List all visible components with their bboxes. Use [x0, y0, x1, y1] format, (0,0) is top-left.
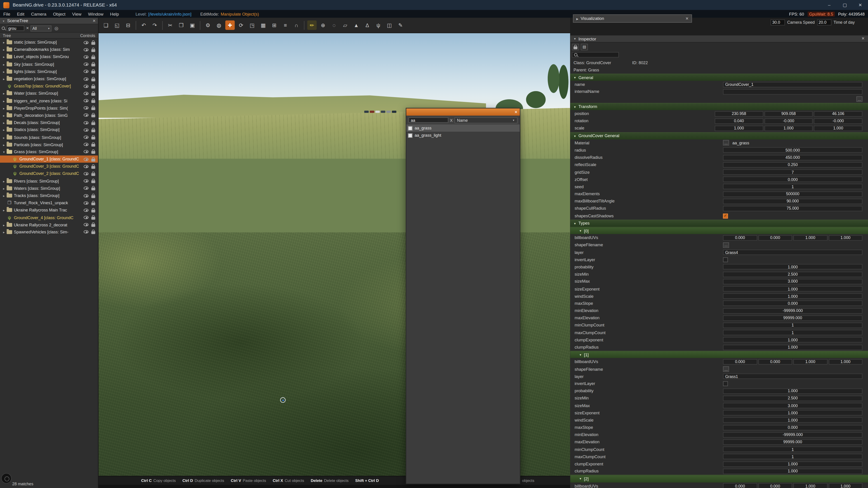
menu-file[interactable]: File: [0, 11, 13, 16]
field-view-button[interactable]: ▤: [581, 43, 588, 50]
lock-icon[interactable]: [91, 122, 95, 125]
expand-arrow-icon[interactable]: ▸: [2, 230, 6, 234]
lock-icon[interactable]: [91, 144, 95, 147]
sizemin-input[interactable]: 2.500: [723, 396, 862, 401]
copy-icon[interactable]: ❐: [177, 21, 186, 30]
lock-icon[interactable]: [91, 78, 95, 81]
lock-icon[interactable]: [91, 224, 95, 227]
lasso-select-icon[interactable]: ◌: [329, 21, 339, 30]
tree-item-path-decoration[interactable]: ▸Path_decoration [class: SimG: [0, 111, 98, 119]
visualization-window[interactable]: ▶ Visualization ✕: [573, 14, 692, 23]
tree-item-level-objects[interactable]: ▸Level_objects [class: SimGrou: [0, 53, 98, 61]
rotation-input-0[interactable]: 0.040: [715, 118, 763, 124]
menu-help[interactable]: Help: [107, 11, 122, 16]
visibility-eye-icon[interactable]: [84, 70, 89, 73]
invertlayer-checkbox[interactable]: [723, 381, 728, 386]
maxslope-input[interactable]: 0.000: [723, 425, 862, 430]
open-folder-icon[interactable]: ◱: [112, 21, 122, 30]
windscale-input[interactable]: 1.000: [723, 418, 862, 423]
save-icon[interactable]: ⊟: [123, 21, 133, 30]
material-browse-button[interactable]: …: [723, 140, 729, 145]
clumpradius-input[interactable]: 1.000: [723, 345, 862, 350]
maximize-button[interactable]: ▢: [837, 0, 852, 10]
visibility-eye-icon[interactable]: [84, 143, 89, 146]
windscale-input[interactable]: 1.000: [723, 293, 862, 299]
asset-search-clear-button[interactable]: X: [450, 118, 453, 122]
tree-item-decals[interactable]: ▸Decals [class: SimGroup]: [0, 119, 98, 126]
rotation-input-2[interactable]: -0.000: [814, 118, 863, 124]
clumpexponent-input[interactable]: 1.000: [723, 337, 862, 343]
billboarduvs-input-1[interactable]: 0.000: [758, 235, 792, 240]
controls-column-label[interactable]: Controls: [80, 33, 95, 38]
visibility-eye-icon[interactable]: [84, 165, 89, 168]
sizemin-input[interactable]: 2.500: [723, 271, 862, 277]
minelevation-input[interactable]: -99999.000: [723, 308, 862, 313]
position-input-0[interactable]: 230.958: [715, 111, 763, 116]
visibility-eye-icon[interactable]: [84, 63, 89, 66]
camera-speed-input[interactable]: 30.0: [771, 19, 785, 25]
cut-icon[interactable]: ✂: [165, 21, 175, 30]
minclumpcount-input[interactable]: 1: [723, 323, 862, 328]
visibility-eye-icon[interactable]: [84, 216, 89, 219]
menu-view[interactable]: View: [69, 11, 85, 16]
tree-item-static[interactable]: ▸static [class: SimGroup]: [0, 39, 98, 46]
visibility-eye-icon[interactable]: [84, 150, 89, 154]
rotation-input-1[interactable]: -0.000: [764, 118, 813, 124]
lock-icon[interactable]: [91, 202, 95, 205]
redo-icon[interactable]: ↷: [150, 21, 160, 30]
shapefilename-browse-button[interactable]: …: [723, 242, 729, 248]
billboarduvs-input-0[interactable]: 0.000: [723, 483, 757, 488]
menu-edit[interactable]: Edit: [13, 11, 28, 16]
asset-picker-close-icon[interactable]: ✕: [514, 110, 518, 114]
zoffset-input[interactable]: 0.000: [723, 177, 862, 182]
lock-icon[interactable]: [91, 166, 95, 168]
probability-input[interactable]: 1.000: [723, 388, 862, 394]
expand-arrow-icon[interactable]: ▸: [2, 223, 6, 227]
lock-icon[interactable]: [91, 129, 95, 132]
minimize-button[interactable]: –: [822, 0, 837, 10]
visibility-eye-icon[interactable]: [84, 201, 89, 205]
shapecullradius-input[interactable]: 75.000: [723, 206, 862, 211]
expand-arrow-icon[interactable]: ▸: [2, 92, 6, 95]
scale-input-0[interactable]: 1.000: [715, 126, 763, 131]
tree-column-label[interactable]: Tree: [3, 33, 11, 38]
clumpradius-input[interactable]: 1.000: [723, 468, 862, 474]
scale-icon[interactable]: ◳: [248, 21, 257, 30]
billboarduvs-input-0[interactable]: 0.000: [723, 235, 757, 240]
expand-arrow-icon[interactable]: ▸: [2, 121, 6, 125]
expand-arrow-icon[interactable]: ▸: [2, 55, 6, 59]
billboarduvs-input-2[interactable]: 1.000: [793, 483, 827, 488]
lock-icon[interactable]: [91, 49, 95, 52]
asset-picker-titlebar[interactable]: ✕: [406, 108, 520, 116]
settings-icon[interactable]: ⚙: [203, 21, 213, 30]
visibility-eye-icon[interactable]: [84, 92, 89, 95]
align-icon[interactable]: ≡: [281, 21, 290, 30]
visualization-close-icon[interactable]: ✕: [685, 16, 688, 21]
lock-icon[interactable]: [91, 195, 95, 198]
maxclumpcount-input[interactable]: 1: [723, 454, 862, 459]
billboarduvs-input-3[interactable]: 1.000: [829, 235, 863, 240]
lock-icon[interactable]: [91, 64, 95, 66]
maxelements-input[interactable]: 500000: [723, 191, 862, 197]
visibility-eye-icon[interactable]: [84, 128, 89, 132]
billboarduvs-input-1[interactable]: 0.000: [758, 483, 792, 488]
expand-arrow-icon[interactable]: ▸: [2, 99, 6, 103]
sizemax-input[interactable]: 3.000: [723, 403, 862, 408]
billboarduvs-input-0[interactable]: 0.000: [723, 359, 757, 364]
clear-search-icon[interactable]: ✕: [26, 26, 29, 31]
maxelevation-input[interactable]: 99999.000: [723, 439, 862, 445]
expand-arrow-icon[interactable]: ▸: [2, 142, 6, 147]
billboarduvs-input-3[interactable]: 1.000: [829, 483, 863, 488]
asset-item-aa-grass-light[interactable]: aa_grass_light: [406, 132, 520, 139]
lock-inspector-button[interactable]: [572, 43, 579, 50]
foliage-icon[interactable]: ψ: [374, 21, 383, 30]
visibility-eye-icon[interactable]: [84, 180, 89, 183]
visibility-eye-icon[interactable]: [84, 85, 89, 88]
expand-arrow-icon[interactable]: ▸: [2, 113, 6, 117]
tree-item-rivers[interactable]: ▸Rivers [class: SimGroup]: [0, 177, 98, 185]
snap-grid-icon[interactable]: ▦: [258, 21, 268, 30]
scene-tree-close-icon[interactable]: ✕: [92, 19, 96, 23]
expand-arrow-icon[interactable]: ▸: [2, 40, 6, 44]
internalname-input[interactable]: [723, 89, 862, 94]
snap-object-icon[interactable]: ⊞: [270, 21, 279, 30]
